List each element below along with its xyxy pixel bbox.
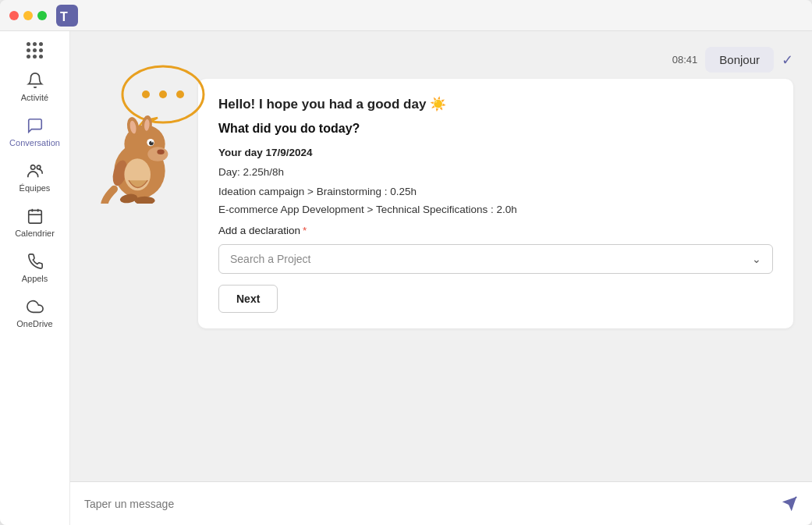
sidebar-label-onedrive: OneDrive	[16, 319, 52, 328]
search-project-dropdown[interactable]: Search a Project ⌄	[218, 244, 773, 274]
card-day-total: Day: 2.25h/8h	[218, 166, 773, 178]
chevron-down-icon: ⌄	[752, 253, 761, 265]
check-icon: ✓	[782, 51, 793, 69]
sidebar-item-grid[interactable]	[0, 37, 69, 63]
svg-rect-4	[28, 211, 41, 224]
sidebar-label-equipes: Équipes	[20, 183, 51, 193]
message-input-bar	[70, 481, 812, 525]
svg-point-3	[37, 165, 41, 169]
time-display: 08:41	[672, 54, 698, 66]
svg-point-18	[151, 141, 153, 143]
chat-icon	[26, 116, 44, 135]
svg-point-15	[147, 147, 168, 161]
card-add-declaration-label: Add a declaration*	[218, 225, 773, 236]
sidebar-item-equipes[interactable]: Équipes	[0, 154, 69, 199]
bell-icon	[26, 71, 44, 90]
sidebar: Activité Conversation	[0, 31, 70, 525]
sidebar-item-onedrive[interactable]: OneDrive	[0, 289, 69, 335]
search-dropdown-placeholder: Search a Project	[230, 253, 311, 265]
send-button[interactable]	[781, 495, 798, 513]
message-card: Hello! I hope you had a good day ☀️ What…	[198, 79, 793, 328]
sidebar-label-conversation: Conversation	[9, 138, 60, 147]
sidebar-item-appels[interactable]: Appels	[0, 244, 69, 289]
message-input[interactable]	[84, 498, 773, 510]
title-bar: T	[0, 0, 812, 31]
teams-logo-icon: T	[56, 5, 78, 27]
maximize-dot	[37, 11, 47, 20]
window-controls	[9, 11, 47, 20]
phone-icon	[26, 252, 44, 271]
card-day-label: Your day 17/9/2024	[218, 147, 773, 158]
sidebar-item-calendrier[interactable]: Calendrier	[0, 199, 69, 244]
card-entry-1: Ideation campaign > Brainstorming : 0.25…	[218, 186, 773, 197]
main-layout: Activité Conversation	[0, 31, 812, 525]
svg-point-17	[149, 141, 154, 146]
svg-marker-29	[782, 496, 796, 510]
send-icon	[781, 495, 798, 513]
cloud-icon	[26, 297, 44, 316]
mascot-area: Hello! I hope you had a good day ☀️ What…	[89, 79, 793, 328]
grid-icon	[27, 42, 43, 59]
card-entry-2: E-commerce App Development > Technical S…	[218, 204, 773, 215]
card-greeting: Hello! I hope you had a good day ☀️	[218, 96, 773, 112]
next-button[interactable]: Next	[218, 285, 278, 313]
kangaroo-container	[89, 79, 190, 204]
svg-point-23	[157, 149, 164, 154]
close-dot	[9, 11, 19, 20]
card-question: What did you do today?	[218, 122, 773, 136]
bonjour-button[interactable]: Bonjour	[705, 47, 774, 73]
chat-area: 08:41 Bonjour ✓	[70, 31, 812, 481]
svg-point-2	[30, 165, 35, 170]
svg-text:T: T	[60, 10, 68, 23]
calendar-icon	[26, 207, 44, 225]
teams-icon	[26, 161, 44, 180]
sidebar-label-appels: Appels	[22, 274, 48, 283]
minimize-dot	[23, 11, 33, 20]
sidebar-label-calendrier: Calendrier	[15, 229, 55, 238]
app-window: T Activité	[0, 0, 812, 525]
sidebar-item-conversation[interactable]: Conversation	[0, 108, 69, 154]
sidebar-label-activity: Activité	[21, 93, 48, 102]
required-star: *	[303, 225, 307, 236]
kangaroo-mascot	[89, 94, 190, 204]
sidebar-item-activity[interactable]: Activité	[0, 63, 69, 108]
content-area: 08:41 Bonjour ✓	[70, 31, 812, 525]
